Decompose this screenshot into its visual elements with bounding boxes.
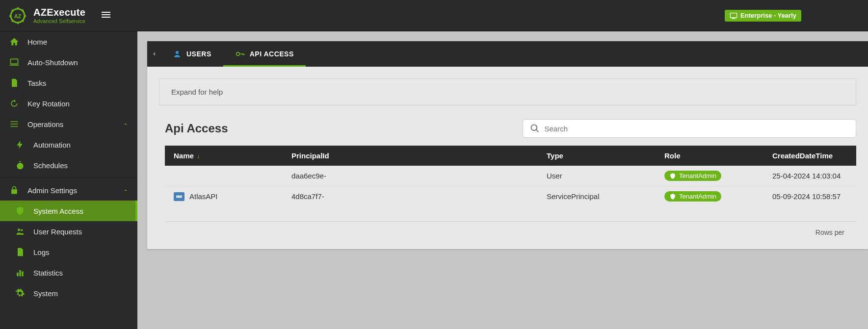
sidebar-item-label: Schedules: [33, 161, 68, 170]
doc-icon: [15, 247, 26, 257]
rotate-icon: [9, 98, 20, 109]
sidebar-item-statistics[interactable]: Statistics: [0, 262, 137, 283]
cell-type: User: [547, 172, 664, 180]
svg-point-9: [18, 228, 20, 231]
shield-icon: [15, 205, 26, 216]
column-header-type[interactable]: Type: [547, 152, 664, 160]
chart-icon: [15, 267, 26, 278]
menu-toggle-button[interactable]: [100, 9, 112, 23]
page-title: Api Access: [165, 122, 228, 135]
sidebar-item-key-rotation[interactable]: Key Rotation: [0, 93, 137, 114]
sidebar-item-schedules[interactable]: Schedules: [0, 155, 137, 176]
sidebar-item-label: Tasks: [27, 79, 46, 87]
stopwatch-icon: [15, 160, 26, 171]
sidebar-section-label: Operations: [27, 120, 63, 128]
svg-point-18: [179, 196, 180, 197]
key-icon: [235, 49, 245, 59]
brand: AZ AZExecute Advanced Selfservice: [8, 6, 85, 25]
laptop-icon: [9, 57, 20, 68]
tab-bar: USERS API ACCESS: [147, 41, 868, 67]
tab-label: API ACCESS: [250, 50, 294, 58]
cell-type: ServicePrincipal: [547, 192, 664, 201]
sidebar-item-tasks[interactable]: Tasks: [0, 73, 137, 93]
tab-back-button[interactable]: [147, 50, 161, 58]
table-footer: Rows per: [165, 221, 856, 243]
svg-rect-7: [19, 161, 21, 162]
sidebar-item-label: Home: [27, 38, 47, 46]
help-label: Expand for help: [171, 88, 223, 96]
bolt-icon: [15, 139, 26, 150]
svg-rect-11: [17, 273, 18, 277]
svg-point-15: [236, 52, 239, 56]
svg-rect-13: [22, 272, 23, 277]
table-row[interactable]: daa6ec9e-UserTenantAdmin25-04-2024 14:03…: [165, 166, 856, 186]
search-input[interactable]: [545, 125, 849, 133]
file-icon: [9, 77, 20, 88]
sidebar-item-label: System Access: [33, 207, 83, 215]
brand-logo-icon: AZ: [8, 6, 27, 25]
main-content: USERS API ACCESS Expand for help Api Acc…: [137, 31, 868, 329]
cell-name: AtlasAPI: [174, 192, 291, 201]
svg-rect-5: [10, 65, 19, 66]
sidebar-item-user-requests[interactable]: User Requests: [0, 221, 137, 242]
cell-created: 05-09-2024 10:58:57: [772, 192, 847, 201]
svg-rect-3: [732, 18, 736, 19]
users-icon: [15, 226, 26, 237]
column-header-principalid[interactable]: PrincipalId: [291, 152, 547, 160]
search-field[interactable]: [523, 119, 856, 138]
svg-point-19: [181, 196, 182, 197]
brand-title: AZExecute: [33, 7, 85, 18]
sidebar-item-auto-shutdown[interactable]: Auto-Shutdown: [0, 52, 137, 73]
sort-desc-icon: ↓: [197, 152, 200, 160]
chevron-up-icon: [123, 120, 129, 128]
lock-icon: [9, 185, 20, 196]
user-icon: [173, 50, 182, 58]
cell-principalid: daa6ec9e-: [291, 172, 547, 180]
help-expander[interactable]: Expand for help: [159, 78, 856, 105]
search-icon: [530, 124, 540, 133]
tab-users[interactable]: USERS: [161, 41, 223, 67]
sidebar-item-label: Statistics: [33, 269, 63, 277]
divider: [0, 177, 137, 178]
sidebar: Home Auto-Shutdown Tasks Key Rotation Op…: [0, 31, 137, 329]
table-row[interactable]: AtlasAPI4d8ca7f7-ServicePrincipalTenantA…: [165, 186, 856, 206]
sidebar-item-label: Key Rotation: [27, 100, 70, 108]
cell-created: 25-04-2024 14:03:04: [772, 172, 847, 180]
sidebar-item-label: Automation: [33, 141, 71, 149]
cell-role: TenantAdmin: [664, 171, 772, 181]
sidebar-item-system[interactable]: System: [0, 283, 137, 304]
cell-principalid: 4d8ca7f7-: [291, 192, 547, 201]
api-access-table: Name ↓ PrincipalId Type Role CreatedDate…: [165, 146, 856, 206]
sidebar-section-label: Admin Settings: [27, 186, 77, 195]
brand-subtitle: Advanced Selfservice: [33, 18, 85, 24]
list-icon: [9, 119, 20, 129]
column-header-name[interactable]: Name ↓: [174, 152, 291, 160]
sidebar-item-label: User Requests: [33, 228, 82, 236]
sidebar-item-home[interactable]: Home: [0, 31, 137, 52]
svg-rect-8: [11, 189, 17, 194]
rows-per-label: Rows per: [815, 228, 844, 236]
svg-point-6: [17, 163, 23, 169]
svg-point-14: [176, 51, 179, 54]
topbar: AZ AZExecute Advanced Selfservice Enterp…: [0, 0, 868, 31]
sidebar-item-system-access[interactable]: System Access: [0, 201, 137, 221]
column-header-role[interactable]: Role: [664, 152, 772, 160]
svg-point-17: [177, 196, 178, 197]
role-badge: TenantAdmin: [664, 191, 721, 202]
home-icon: [9, 36, 20, 47]
plan-badge[interactable]: Enterprise - Yearly: [725, 10, 801, 22]
column-header-created[interactable]: CreatedDateTime: [772, 152, 847, 160]
plan-label: Enterprise - Yearly: [740, 12, 796, 19]
sidebar-item-label: System: [33, 289, 58, 298]
chevron-up-icon: [123, 186, 129, 195]
sidebar-section-admin[interactable]: Admin Settings: [0, 180, 137, 201]
svg-rect-2: [730, 13, 736, 17]
tab-label: USERS: [186, 50, 211, 58]
role-badge: TenantAdmin: [664, 171, 721, 181]
svg-rect-12: [19, 270, 21, 277]
tab-api-access[interactable]: API ACCESS: [223, 41, 306, 67]
svg-rect-4: [11, 59, 18, 64]
sidebar-item-logs[interactable]: Logs: [0, 242, 137, 262]
sidebar-section-operations[interactable]: Operations: [0, 114, 137, 134]
sidebar-item-automation[interactable]: Automation: [0, 134, 137, 155]
